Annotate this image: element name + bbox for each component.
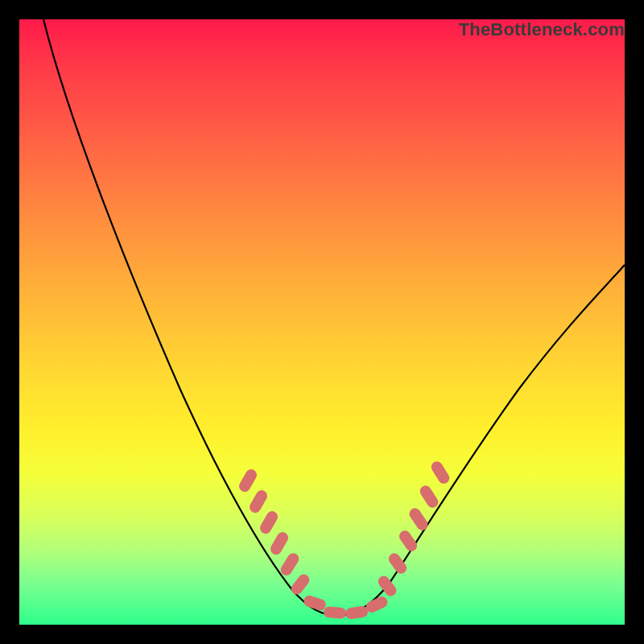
watermark-text: TheBottleneck.com [459, 19, 625, 40]
plot-gradient-background [19, 19, 625, 625]
chart-frame: TheBottleneck.com [0, 0, 644, 644]
